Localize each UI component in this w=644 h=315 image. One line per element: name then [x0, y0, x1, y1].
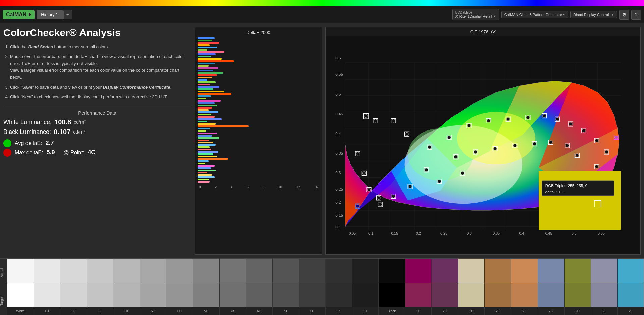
svg-point-107	[377, 196, 380, 200]
bar-row[interactable]	[198, 181, 319, 183]
bar-row[interactable]	[198, 127, 319, 130]
bar-fill	[198, 100, 221, 102]
logo-arrow	[29, 13, 31, 17]
bar-row[interactable]	[198, 58, 319, 60]
bar-fill	[198, 130, 206, 132]
bar-row[interactable]	[198, 137, 319, 139]
calman-logo[interactable]: CalMAN	[3, 10, 35, 19]
tab-history1[interactable]: History 1	[37, 10, 62, 19]
svg-text:0.4: 0.4	[335, 131, 341, 136]
bar-row[interactable]	[198, 88, 319, 90]
bar-row[interactable]	[198, 69, 319, 72]
bar-row[interactable]	[198, 139, 319, 142]
max-delta-indicator	[3, 149, 11, 157]
bar-row[interactable]	[198, 67, 319, 69]
display-selector[interactable]: Direct Display Control ▼	[570, 11, 617, 18]
bar-fill	[198, 40, 212, 41]
settings-button[interactable]: ⚙	[619, 10, 629, 20]
bar-fill	[198, 72, 223, 74]
bar-row[interactable]	[198, 135, 319, 137]
bar-row[interactable]	[198, 79, 319, 81]
bar-row[interactable]	[198, 93, 319, 95]
svg-text:0.5: 0.5	[335, 92, 341, 96]
bar-row[interactable]	[198, 42, 319, 44]
bar-row[interactable]	[198, 76, 319, 79]
generator-dropdown-arrow: ▼	[562, 13, 565, 16]
target-swatch	[618, 283, 644, 307]
swatches-container: White6J5F6I6K5G6H5H7K6G5I6F8K5JBlack2B2C…	[7, 259, 644, 315]
target-swatch	[299, 283, 326, 307]
black-luminance-label: Black Luminance:	[3, 128, 51, 136]
bar-row[interactable]	[198, 51, 319, 53]
bar-row[interactable]	[198, 155, 319, 158]
bar-row[interactable]	[198, 107, 319, 109]
bar-row[interactable]	[198, 160, 319, 162]
bar-row[interactable]	[198, 165, 319, 167]
bar-row[interactable]	[198, 158, 319, 160]
bar-row[interactable]	[198, 53, 319, 55]
bar-row[interactable]	[198, 72, 319, 74]
help-button[interactable]: ?	[631, 10, 641, 20]
bar-row[interactable]	[198, 111, 319, 114]
bar-row[interactable]	[198, 44, 319, 46]
bar-row[interactable]	[198, 118, 319, 120]
bar-row[interactable]	[198, 90, 319, 93]
bar-row[interactable]	[198, 178, 319, 181]
target-swatch	[405, 283, 432, 307]
display-dropdown-arrow: ▼	[611, 13, 614, 16]
bar-row[interactable]	[198, 46, 319, 49]
bar-row[interactable]	[198, 123, 319, 125]
bar-row[interactable]	[198, 81, 319, 84]
bar-row[interactable]	[198, 141, 319, 144]
bar-row[interactable]	[198, 83, 319, 86]
meter-selector[interactable]: LCD (LED) X-Rite i1Display Retail ▼	[452, 9, 499, 20]
black-luminance-row: Black Luminance: 0.107 cd/m²	[3, 128, 191, 136]
tab-add-button[interactable]: +	[63, 10, 72, 19]
bar-row[interactable]	[198, 169, 319, 172]
bar-row[interactable]	[198, 174, 319, 176]
svg-point-127	[379, 203, 382, 206]
bar-row[interactable]	[198, 167, 319, 169]
bar-row[interactable]	[198, 148, 319, 151]
svg-point-109	[405, 132, 408, 136]
bar-row[interactable]	[198, 65, 319, 67]
bar-row[interactable]	[198, 144, 319, 146]
bar-row[interactable]	[198, 109, 319, 111]
actual-swatch	[113, 259, 140, 283]
tab-bar: History 1 +	[37, 10, 72, 19]
bar-row[interactable]	[198, 132, 319, 135]
bar-row[interactable]	[198, 74, 319, 76]
generator-selector[interactable]: CalMAN Client 3 Pattern Generator ▼	[501, 11, 568, 18]
bar-row[interactable]	[198, 95, 319, 97]
bar-row[interactable]	[198, 49, 319, 51]
svg-text:0.25: 0.25	[335, 187, 343, 191]
bar-row[interactable]	[198, 86, 319, 88]
bar-row[interactable]	[198, 37, 319, 39]
actual-swatches-row	[7, 259, 644, 283]
bar-fill	[198, 118, 222, 120]
actual-swatch	[352, 259, 379, 283]
bar-row[interactable]	[198, 104, 319, 107]
bar-row[interactable]	[198, 125, 319, 127]
bar-row[interactable]	[198, 55, 319, 58]
bar-row[interactable]	[198, 162, 319, 165]
swatch-name: 6F	[299, 307, 326, 315]
bar-row[interactable]	[198, 39, 319, 42]
bar-row[interactable]	[198, 176, 319, 178]
bar-row[interactable]	[198, 62, 319, 65]
bar-row[interactable]	[198, 151, 319, 153]
bar-row[interactable]	[198, 146, 319, 148]
bar-row[interactable]	[198, 97, 319, 100]
bar-fill	[198, 160, 209, 162]
bar-row[interactable]	[198, 153, 319, 155]
bar-row[interactable]	[198, 171, 319, 174]
bar-row[interactable]	[198, 130, 319, 132]
swatch-name: Black	[379, 307, 405, 315]
bar-row[interactable]	[198, 100, 319, 102]
bar-row[interactable]	[198, 113, 319, 116]
bar-row[interactable]	[198, 60, 319, 62]
svg-text:0.2: 0.2	[335, 200, 341, 204]
bar-row[interactable]	[198, 116, 319, 118]
bar-row[interactable]	[198, 102, 319, 104]
bar-row[interactable]	[198, 120, 319, 123]
